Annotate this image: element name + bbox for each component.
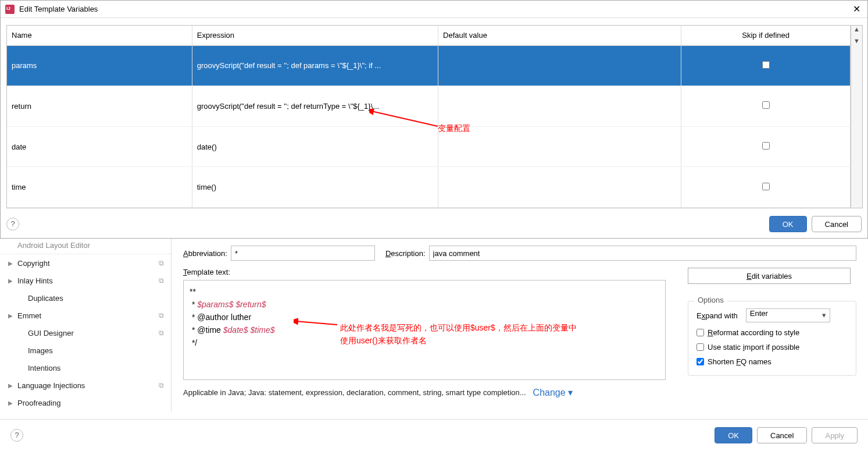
- table-row[interactable]: time time(): [7, 167, 851, 208]
- skip-checkbox[interactable]: [762, 101, 770, 109]
- sidebar-item-inlay[interactable]: ▶Inlay Hints⧉: [0, 272, 171, 289]
- app-icon: [5, 5, 15, 14]
- sidebar-item-lang-inj[interactable]: ▶Language Injections⧉: [0, 377, 171, 394]
- sidebar-item-images[interactable]: Images: [0, 342, 171, 359]
- table-row[interactable]: date date(): [7, 126, 851, 167]
- sidebar-item-android[interactable]: Android Layout Editor: [0, 237, 171, 254]
- options-title: Options: [694, 296, 727, 304]
- table-header: Name Expression Default value Skip if de…: [7, 26, 851, 45]
- description-input[interactable]: [429, 246, 856, 261]
- abbreviation-input[interactable]: [231, 246, 375, 261]
- row-move-buttons: ▲ ▼: [851, 26, 862, 208]
- col-default[interactable]: Default value: [438, 26, 681, 45]
- annotation-text-1: 变量配置: [438, 123, 470, 134]
- col-name[interactable]: Name: [7, 26, 192, 45]
- variables-table-wrap: Name Expression Default value Skip if de…: [6, 25, 863, 208]
- shorten-fq-label: Shorten FQ names: [708, 357, 771, 366]
- sidebar-item-duplicates[interactable]: Duplicates: [0, 289, 171, 307]
- ok-button[interactable]: OK: [769, 216, 807, 232]
- copy-icon: ⧉: [159, 311, 164, 319]
- chevron-icon: ▶: [8, 278, 13, 284]
- close-icon[interactable]: ✕: [851, 3, 863, 15]
- chevron-icon: ▶: [8, 400, 13, 406]
- change-link[interactable]: Change ▾: [533, 387, 573, 398]
- col-expression[interactable]: Expression: [192, 26, 438, 45]
- cancel-button[interactable]: Cancel: [812, 216, 862, 232]
- sidebar-item-intentions[interactable]: Intentions: [0, 359, 171, 377]
- applicable-text: Applicable in Java; Java: statement, exp…: [183, 388, 526, 397]
- reformat-label: Reformat according to style: [708, 328, 799, 337]
- edit-variables-dialog: Edit Template Variables ✕ Name Expressio…: [0, 0, 868, 239]
- copy-icon: ⧉: [159, 259, 164, 267]
- dialog-title: Edit Template Variables: [19, 5, 851, 13]
- static-import-label: Use static import if possible: [708, 343, 799, 351]
- dialog-footer: ? OK Cancel: [6, 216, 862, 232]
- reformat-checkbox[interactable]: [696, 329, 704, 336]
- col-skip[interactable]: Skip if defined: [681, 26, 851, 45]
- chevron-icon: ▶: [8, 260, 13, 267]
- table-row[interactable]: params groovyScript("def result = ''; de…: [7, 45, 851, 86]
- settings-sidebar: Android Layout Editor ▶Copyright⧉ ▶Inlay…: [0, 237, 172, 411]
- expand-with-label: Expand with: [696, 311, 738, 320]
- options-group: Options Expand with Enter Reformat accor…: [688, 301, 856, 376]
- sidebar-item-emmet[interactable]: ▶Emmet⧉: [0, 307, 171, 324]
- abbreviation-label: Abbreviation:: [183, 249, 227, 258]
- shorten-fq-checkbox[interactable]: [696, 358, 704, 365]
- copy-icon: ⧉: [159, 276, 164, 285]
- skip-checkbox[interactable]: [762, 61, 770, 69]
- chevron-icon: ▶: [8, 312, 13, 319]
- chevron-icon: ▶: [8, 382, 13, 389]
- skip-checkbox[interactable]: [762, 183, 770, 190]
- settings-bottom-bar: ? OK Cancel Apply: [0, 419, 868, 451]
- cancel-button[interactable]: Cancel: [757, 427, 807, 443]
- help-button[interactable]: ?: [10, 429, 23, 442]
- apply-button[interactable]: Apply: [812, 427, 858, 443]
- dialog-titlebar: Edit Template Variables ✕: [1, 1, 867, 18]
- expand-with-select[interactable]: Enter: [746, 308, 830, 322]
- help-button[interactable]: ?: [6, 218, 19, 230]
- sidebar-item-proofreading[interactable]: ▶Proofreading: [0, 394, 171, 411]
- table-row[interactable]: return groovyScript("def result = ''; de…: [7, 86, 851, 127]
- copy-icon: ⧉: [159, 381, 164, 389]
- variables-table: Name Expression Default value Skip if de…: [7, 26, 851, 208]
- template-text-label: Template text:: [183, 268, 662, 276]
- move-down-icon[interactable]: ▼: [851, 37, 862, 49]
- edit-variables-button[interactable]: Edit variables: [688, 268, 851, 284]
- sidebar-item-gui-designer[interactable]: GUI Designer⧉: [0, 324, 171, 342]
- ok-button[interactable]: OK: [715, 427, 752, 443]
- skip-checkbox[interactable]: [762, 142, 770, 150]
- static-import-checkbox[interactable]: [696, 343, 704, 351]
- move-up-icon[interactable]: ▲: [851, 26, 862, 37]
- description-label: Description:: [385, 249, 426, 258]
- copy-icon: ⧉: [159, 329, 164, 337]
- annotation-text-2: 此处作者名我是写死的，也可以使用$user$，然后在上面的变量中使用user()…: [340, 321, 577, 347]
- sidebar-item-copyright[interactable]: ▶Copyright⧉: [0, 254, 171, 272]
